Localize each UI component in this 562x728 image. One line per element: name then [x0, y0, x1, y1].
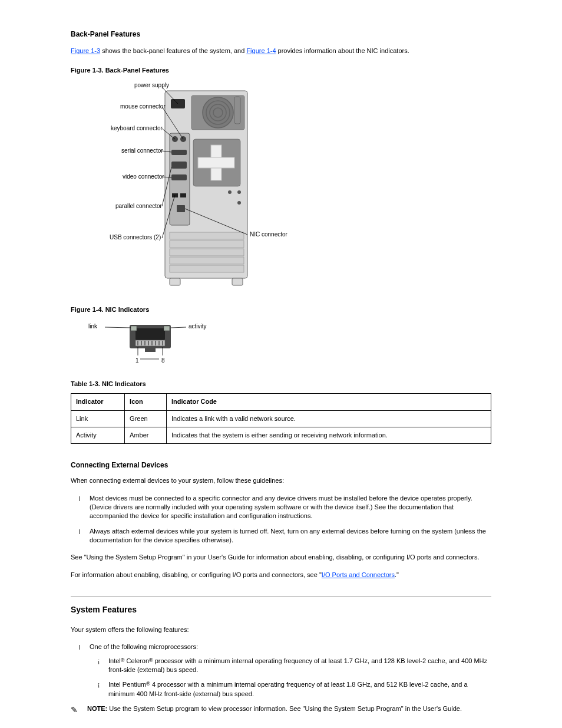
svg-rect-22: [171, 162, 187, 169]
registered-icon: ®: [149, 657, 153, 663]
td-indicator: Link: [71, 410, 125, 427]
td-icon: Amber: [125, 427, 167, 443]
section-title-back-panel: Back-Panel Features: [71, 29, 491, 39]
svg-point-15: [237, 190, 241, 194]
intro-paragraph: Figure 1-3 shows the back-panel features…: [71, 47, 491, 55]
label-usb-connectors: USB connectors (2): [110, 234, 161, 241]
registered-icon: ®: [146, 681, 150, 687]
svg-rect-40: [135, 328, 165, 340]
th-indicator: Indicator: [71, 394, 125, 410]
svg-rect-29: [170, 257, 244, 264]
figure-1-4: link activity 1 8: [77, 319, 491, 368]
svg-rect-10: [234, 97, 240, 124]
io-ref-text-after: .": [395, 571, 399, 578]
connecting-devices-intro: When connecting external devices to your…: [71, 476, 491, 485]
svg-rect-50: [145, 347, 156, 352]
label-nic-connector: NIC connector: [250, 231, 288, 238]
section-title-system-features: System Features: [71, 604, 491, 616]
svg-rect-1: [170, 278, 180, 285]
nic-indicators-table: Indicator Icon Indicator Code Link Green…: [71, 393, 491, 444]
table-row: Link Green Indicates a link with a valid…: [71, 410, 491, 427]
note-text: Use the System Setup program to view pro…: [107, 705, 462, 712]
note-label: NOTE:: [87, 705, 107, 712]
io-reference-paragraph: For information about enabling, disablin…: [71, 571, 491, 579]
table-header-row: Indicator Icon Indicator Code: [71, 394, 491, 410]
link-io-ports[interactable]: I/O Ports and Connectors: [322, 571, 395, 578]
figure-1-3-label: Figure 1-3. Back-Panel Features: [71, 66, 491, 75]
label-video-connector: video connector: [123, 173, 164, 180]
list-item: Intel® Celeron® processor with a minimum…: [108, 657, 491, 675]
section-divider: [71, 596, 491, 597]
system-features-intro: Your system offers the following feature…: [71, 625, 491, 634]
link-figure-1-3[interactable]: Figure 1-3: [71, 47, 100, 54]
svg-rect-26: [170, 232, 244, 239]
table-row: Activity Amber Indicates that the system…: [71, 427, 491, 443]
svg-line-53: [105, 327, 131, 328]
figure-1-4-label: Figure 1-4. NIC Indicators: [71, 305, 491, 314]
label-pin1: 1: [135, 357, 139, 364]
microprocessor-text: One of the following microprocessors:: [90, 643, 198, 650]
label-serial-connector: serial connector: [121, 147, 163, 154]
th-icon: Icon: [125, 394, 167, 410]
svg-rect-51: [131, 326, 137, 331]
svg-rect-30: [170, 265, 244, 272]
svg-rect-2: [232, 278, 243, 285]
th-code: Indicator Code: [166, 394, 491, 410]
back-panel-diagram: power supply mouse connector keyboard co…: [77, 80, 306, 292]
td-code: Indicates a link with a valid network so…: [166, 410, 491, 427]
label-parallel-connector: parallel connector: [115, 203, 163, 209]
svg-rect-41: [135, 340, 165, 346]
note-block: ✎ NOTE: Use the System Setup program to …: [71, 704, 491, 713]
intro-text-a: shows the back-panel features of the sys…: [100, 47, 246, 54]
svg-point-14: [228, 190, 232, 194]
table-1-3-label: Table 1-3. NIC Indicators: [71, 380, 491, 388]
list-item: One of the following microprocessors: In…: [90, 643, 491, 699]
list-item: Always attach external devices while you…: [90, 527, 491, 545]
intro-text-b: provides information about the NIC indic…: [276, 47, 409, 54]
label-keyboard-connector: keyboard connector: [111, 125, 163, 131]
svg-rect-52: [164, 326, 170, 331]
subheading-connecting-devices: Connecting External Devices: [71, 460, 491, 470]
svg-point-16: [237, 201, 241, 205]
label-power-supply: power supply: [134, 82, 169, 88]
td-indicator: Activity: [71, 427, 125, 443]
list-item: Intel Pentium® 4 processor with a minimu…: [108, 680, 491, 699]
label-activity: activity: [189, 323, 207, 330]
nic-indicator-diagram: link activity 1 8: [77, 319, 212, 366]
td-icon: Green: [125, 410, 167, 427]
label-pin8: 8: [161, 357, 165, 364]
list-item: Most devices must be connected to a spec…: [90, 494, 491, 521]
note-icon: ✎: [71, 704, 78, 716]
figure-1-3: power supply mouse connector keyboard co…: [77, 80, 491, 295]
svg-rect-20: [171, 150, 187, 155]
io-setup-paragraph: See "Using the System Setup Program" in …: [71, 553, 491, 562]
svg-rect-13: [198, 157, 234, 168]
svg-rect-25: [177, 205, 185, 212]
td-code: Indicates that the system is either send…: [166, 427, 491, 443]
io-ref-text-before: For information about enabling, disablin…: [71, 571, 322, 578]
svg-rect-28: [170, 249, 244, 256]
svg-rect-24: [180, 193, 186, 197]
svg-rect-27: [170, 241, 244, 248]
svg-rect-21: [171, 174, 187, 180]
link-figure-1-4[interactable]: Figure 1-4: [246, 47, 276, 54]
label-link: link: [88, 323, 98, 330]
label-mouse-connector: mouse connector: [120, 103, 166, 110]
svg-line-54: [171, 327, 186, 328]
